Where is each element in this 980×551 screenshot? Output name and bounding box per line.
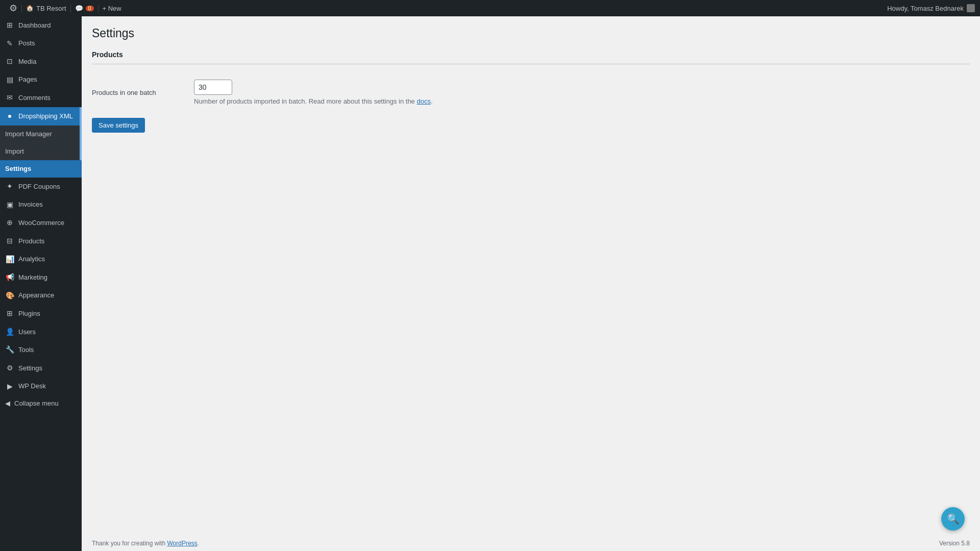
sidebar-label-appearance: Appearance	[18, 291, 54, 300]
wordpress-link[interactable]: WordPress	[167, 540, 197, 547]
site-name-link[interactable]: 🏠 TB Resort	[21, 5, 70, 12]
submenu-label-settings: Settings	[5, 164, 31, 173]
dropshipping-submenu: Import Manager Import Settings	[0, 126, 82, 178]
tools-icon: 🔧	[5, 345, 14, 355]
sidebar-label-dashboard: Dashboard	[18, 21, 51, 30]
sidebar-item-products[interactable]: ⊟ Products	[0, 232, 82, 251]
sidebar-item-pdf-coupons[interactable]: ✦ PDF Coupons	[0, 178, 82, 196]
sidebar-item-tools[interactable]: 🔧 Tools	[0, 341, 82, 359]
admin-menu: ⊞ Dashboard ✎ Posts ⊡ Media ▤ Page	[0, 16, 82, 395]
batch-size-cell: Number of products imported in batch. Re…	[194, 74, 970, 110]
dropshipping-icon: ●	[5, 111, 14, 121]
sidebar-item-media[interactable]: ⊡ Media	[0, 53, 82, 71]
sidebar-item-wp-desk[interactable]: ▶ WP Desk	[0, 378, 82, 396]
sidebar-link-pages[interactable]: ▤ Pages	[0, 71, 82, 89]
user-info: Howdy, Tomasz Bednarek	[887, 4, 975, 12]
sidebar-link-woocommerce[interactable]: ⊕ WooCommerce	[0, 214, 82, 232]
sidebar-item-dropshipping-xml[interactable]: ● Dropshipping XML Import Manager Import	[0, 107, 82, 178]
sidebar-link-comments[interactable]: ✉ Comments	[0, 89, 82, 107]
sidebar-link-pdf-coupons[interactable]: ✦ PDF Coupons	[0, 178, 82, 196]
docs-link[interactable]: docs	[416, 97, 430, 105]
sidebar-link-dropshipping-xml[interactable]: ● Dropshipping XML	[0, 107, 82, 126]
main-content: Settings Products Products in one batch …	[82, 16, 980, 551]
collapse-label: Collapse menu	[14, 399, 59, 407]
sidebar-item-appearance[interactable]: 🎨 Appearance	[0, 287, 82, 305]
sidebar-link-wp-desk[interactable]: ▶ WP Desk	[0, 378, 82, 396]
products-icon: ⊟	[5, 236, 14, 246]
invoices-icon: ▣	[5, 200, 14, 210]
submenu-link-import[interactable]: Import	[0, 143, 82, 160]
sidebar-label-tools: Tools	[18, 345, 34, 355]
sidebar-item-analytics[interactable]: 📊 Analytics	[0, 251, 82, 269]
sidebar-label-pdf-coupons: PDF Coupons	[18, 182, 60, 191]
wp-logo-icon: ⚙	[9, 3, 17, 14]
sidebar-item-pages[interactable]: ▤ Pages	[0, 71, 82, 89]
woocommerce-icon: ⊕	[5, 218, 14, 228]
sidebar-link-users[interactable]: 👤 Users	[0, 323, 82, 341]
sidebar-label-marketing: Marketing	[18, 273, 47, 282]
thank-you-text: Thank you for creating with	[92, 540, 165, 547]
wp-desk-icon: ▶	[5, 382, 14, 392]
sidebar-item-invoices[interactable]: ▣ Invoices	[0, 196, 82, 214]
sidebar-link-posts[interactable]: ✎ Posts	[0, 35, 82, 53]
sidebar-item-marketing[interactable]: 📢 Marketing	[0, 268, 82, 287]
howdy-text: Howdy, Tomasz Bednarek	[887, 5, 964, 12]
sidebar-link-analytics[interactable]: 📊 Analytics	[0, 251, 82, 269]
submenu-link-settings[interactable]: Settings	[0, 160, 82, 178]
comments-link[interactable]: 💬 0	[70, 5, 98, 12]
sidebar-item-settings[interactable]: ⚙ Settings	[0, 359, 82, 378]
version-text: Version 5.8	[939, 540, 970, 547]
submenu-item-import[interactable]: Import	[0, 143, 82, 160]
sidebar-link-products[interactable]: ⊟ Products	[0, 232, 82, 251]
sidebar-label-comments: Comments	[18, 93, 51, 103]
sidebar-link-media[interactable]: ⊡ Media	[0, 53, 82, 71]
media-icon: ⊡	[5, 57, 14, 67]
site-name-label: TB Resort	[36, 5, 66, 12]
sidebar-label-users: Users	[18, 328, 36, 337]
plugins-icon: ⊞	[5, 309, 14, 319]
sidebar-item-plugins[interactable]: ⊞ Plugins	[0, 305, 82, 323]
dashboard-icon: ⊞	[5, 20, 14, 31]
batch-size-field-label: Products in one batch	[92, 89, 156, 96]
settings-form-table: Products in one batch Number of products…	[92, 74, 970, 110]
sidebar-link-plugins[interactable]: ⊞ Plugins	[0, 305, 82, 323]
sidebar-link-tools[interactable]: 🔧 Tools	[0, 341, 82, 359]
sidebar-label-posts: Posts	[18, 39, 35, 48]
sidebar-label-analytics: Analytics	[18, 255, 45, 264]
submenu-item-import-manager[interactable]: Import Manager	[0, 126, 82, 143]
submenu-item-settings[interactable]: Settings	[0, 160, 82, 178]
sidebar-link-marketing[interactable]: 📢 Marketing	[0, 268, 82, 287]
sidebar-label-products: Products	[18, 237, 44, 246]
submenu-link-import-manager[interactable]: Import Manager	[0, 126, 82, 143]
sidebar-link-dashboard[interactable]: ⊞ Dashboard	[0, 16, 82, 35]
search-fab-button[interactable]: 🔍	[941, 507, 965, 531]
save-settings-button[interactable]: Save settings	[92, 118, 145, 133]
batch-size-input[interactable]	[194, 80, 232, 95]
batch-size-row: Products in one batch Number of products…	[92, 74, 970, 110]
marketing-icon: 📢	[5, 272, 14, 283]
submenu-label-import-manager: Import Manager	[5, 130, 52, 139]
wp-wrap: ⊞ Dashboard ✎ Posts ⊡ Media ▤ Page	[0, 16, 980, 551]
wp-logo-link[interactable]: ⚙	[5, 3, 21, 14]
new-content-label: + New	[103, 5, 121, 12]
sidebar-item-dashboard[interactable]: ⊞ Dashboard	[0, 16, 82, 35]
sidebar-item-woocommerce[interactable]: ⊕ WooCommerce	[0, 214, 82, 232]
pdf-coupons-icon: ✦	[5, 182, 14, 192]
sidebar-item-users[interactable]: 👤 Users	[0, 323, 82, 341]
appearance-icon: 🎨	[5, 291, 14, 301]
batch-size-label: Products in one batch	[92, 74, 194, 110]
sidebar-item-comments[interactable]: ✉ Comments	[0, 89, 82, 107]
sidebar-link-settings[interactable]: ⚙ Settings	[0, 359, 82, 378]
new-content-link[interactable]: + New	[98, 5, 126, 12]
sidebar-link-appearance[interactable]: 🎨 Appearance	[0, 287, 82, 305]
comments-icon: 💬	[75, 5, 83, 12]
sidebar-item-posts[interactable]: ✎ Posts	[0, 35, 82, 53]
footer-text: Thank you for creating with WordPress.	[92, 540, 199, 547]
section-title: Products	[92, 51, 970, 64]
sidebar-link-invoices[interactable]: ▣ Invoices	[0, 196, 82, 214]
comments-nav-icon: ✉	[5, 93, 14, 103]
sidebar-label-settings: Settings	[18, 364, 42, 373]
collapse-menu-button[interactable]: ◀ Collapse menu	[0, 395, 82, 411]
page-title: Settings	[92, 27, 970, 40]
user-avatar	[967, 4, 975, 12]
